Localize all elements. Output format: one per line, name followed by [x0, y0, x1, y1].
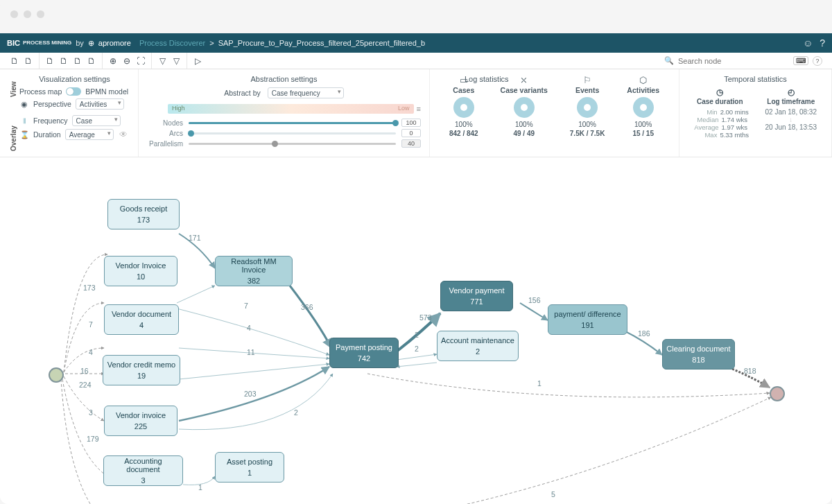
node-account-maint[interactable]: Account maintenance2 [437, 331, 519, 361]
parallel-value[interactable]: 40 [401, 139, 421, 148]
viz-title: Visualization settings [19, 75, 130, 83]
brand-by: by [76, 39, 84, 47]
breadcrumb-sep: > [209, 39, 214, 47]
log-timeframe-label: Log timeframe [767, 98, 815, 105]
brand-sub: PROCESS MINING [23, 40, 71, 46]
edge-label: 224 [79, 381, 92, 389]
duration-label: Duration [33, 130, 61, 139]
settings-panels: Visualization settings Process map BPMN … [0, 69, 832, 157]
arcs-value[interactable]: 0 [401, 129, 421, 137]
zoom-in-icon[interactable]: ⊕ [107, 55, 119, 67]
node-readsoft-mm[interactable]: Readsoft MM Invoice382 [215, 256, 293, 286]
edge-label: 2 [294, 408, 298, 417]
edge-label: 186 [638, 329, 650, 338]
abs-title: Abstraction settings [147, 75, 421, 83]
duration-icon: ⌛ [19, 130, 29, 139]
node-asset-posting[interactable]: Asset posting1 [215, 452, 284, 483]
breadcrumb-app[interactable]: Process Discoverer [139, 39, 205, 47]
vendor-logo-icon: ⊕ [88, 39, 94, 48]
filter-clear-icon[interactable]: ▽ [170, 55, 182, 67]
edge-label: 573 [419, 313, 432, 322]
help-small-icon[interactable]: ? [813, 56, 822, 66]
breadcrumb-file[interactable]: SAP_Procure_to_Pay_Process_filtered_25pe… [218, 39, 425, 47]
play-icon[interactable]: ▷ [191, 55, 204, 67]
node-accounting-doc[interactable]: Accounting document3 [103, 455, 183, 486]
parallel-slider[interactable] [189, 143, 396, 145]
brand-name: BIC [7, 39, 20, 47]
node-payment-diff[interactable]: payment/ difference191 [548, 304, 627, 335]
clock-icon: ◷ [716, 87, 723, 97]
node-vendor-document[interactable]: Vendor document4 [104, 304, 179, 335]
model-toggle[interactable] [66, 87, 81, 96]
edge-label: 5 [551, 490, 555, 498]
zoom-out-icon[interactable]: ⊖ [121, 55, 133, 67]
parallel-label: Parallelism [147, 140, 183, 148]
keyboard-icon[interactable]: ⌨ [793, 56, 808, 65]
timeframe-end: 20 Jun 18, 13:53 [759, 123, 824, 131]
brand: BIC PROCESS MINING [7, 39, 71, 47]
view-vlabel: View [10, 81, 17, 97]
node-clearing-doc[interactable]: Clearing document818 [662, 339, 735, 370]
node-vendor-credit[interactable]: Vendor credit memo19 [103, 355, 180, 385]
nodes-slider[interactable] [189, 122, 396, 124]
filter-icon[interactable]: ▽ [156, 55, 168, 67]
edge-label: 4 [89, 348, 93, 356]
copy-icon[interactable]: 🗋 [85, 55, 98, 67]
eye-off-icon[interactable]: 👁 [119, 130, 128, 139]
save-icon[interactable]: 🗋 [8, 55, 21, 67]
edge-label: 1 [537, 379, 541, 388]
arcs-slider[interactable] [189, 132, 396, 134]
node-vendor-payment[interactable]: Vendor payment771 [440, 281, 513, 311]
save-as-icon[interactable]: 🗋 [22, 55, 35, 67]
nodes-label: Nodes [147, 119, 183, 127]
stat-cases[interactable]: ▭ Cases 100% 842 / 842 [449, 75, 478, 150]
bpmn-label: BPMN model [85, 87, 128, 96]
process-canvas[interactable]: Goods receipt173 Vendor Invoice10 Readso… [0, 157, 832, 504]
node-vendor-invoice[interactable]: Vendor invoice225 [104, 406, 177, 436]
timeframe-start: 02 Jan 18, 08:32 [759, 108, 824, 116]
abstract-by-select[interactable]: Case frequency [268, 87, 344, 98]
arrow-down-icon: ↓ [759, 116, 824, 123]
events-icon: ⚐ [583, 75, 591, 85]
gradient-bar: HighLow [168, 104, 414, 114]
perspective-icon: ◉ [19, 100, 29, 108]
topbar: BIC PROCESS MINING by ⊕ apromore Process… [0, 33, 832, 53]
duration-select[interactable]: Average [65, 129, 114, 140]
fit-screen-icon[interactable]: ⛶ [135, 55, 147, 67]
node-goods-receipt[interactable]: Goods receipt173 [107, 199, 180, 229]
stat-activities[interactable]: ⬡ Activities 100% 15 / 15 [627, 75, 659, 150]
abstract-by-label: Abstract by [224, 89, 261, 97]
edge-label: 173 [83, 284, 96, 292]
start-node[interactable] [49, 367, 64, 383]
calendar-icon: ◴ [788, 87, 795, 97]
stat-variants[interactable]: ⤬ Case variants 100% 49 / 49 [501, 75, 548, 150]
sliders-icon[interactable]: ≡ [417, 105, 421, 113]
download-icon[interactable]: 🗋 [58, 55, 70, 67]
help-icon[interactable]: ? [820, 37, 825, 49]
edge-label: 2 [415, 345, 419, 353]
frequency-select[interactable]: Case [72, 115, 121, 126]
case-duration-label: Case duration [697, 98, 743, 105]
edge-label: 16 [80, 367, 89, 375]
end-node[interactable] [770, 386, 785, 401]
nodes-value[interactable]: 100 [401, 119, 421, 127]
export-icon[interactable]: 🗋 [44, 55, 56, 67]
donut-icon [453, 97, 474, 118]
variants-icon: ⤬ [520, 75, 528, 85]
frequency-icon: ⦀ [19, 116, 29, 125]
perspective-select[interactable]: Activities [76, 98, 124, 110]
print-icon[interactable]: 🗋 [71, 55, 84, 67]
node-payment-posting[interactable]: Payment posting742 [329, 338, 399, 368]
stat-events[interactable]: ⚐ Events 100% 7.5K / 7.5K [570, 75, 605, 150]
edge-label: 366 [301, 303, 313, 311]
node-vendor-invoice-cap[interactable]: Vendor Invoice10 [104, 256, 177, 286]
search-input[interactable] [678, 57, 789, 65]
visualization-panel: Visualization settings Process map BPMN … [0, 69, 139, 157]
edge-label: 3 [89, 408, 93, 417]
edge-label: 818 [744, 367, 756, 375]
temp-title: Temporal statistics [688, 75, 823, 83]
window-dot [37, 10, 44, 18]
user-icon[interactable]: ☺ [803, 37, 813, 49]
perspective-label: Perspective [33, 100, 71, 108]
search-icon: 🔍 [664, 56, 674, 65]
